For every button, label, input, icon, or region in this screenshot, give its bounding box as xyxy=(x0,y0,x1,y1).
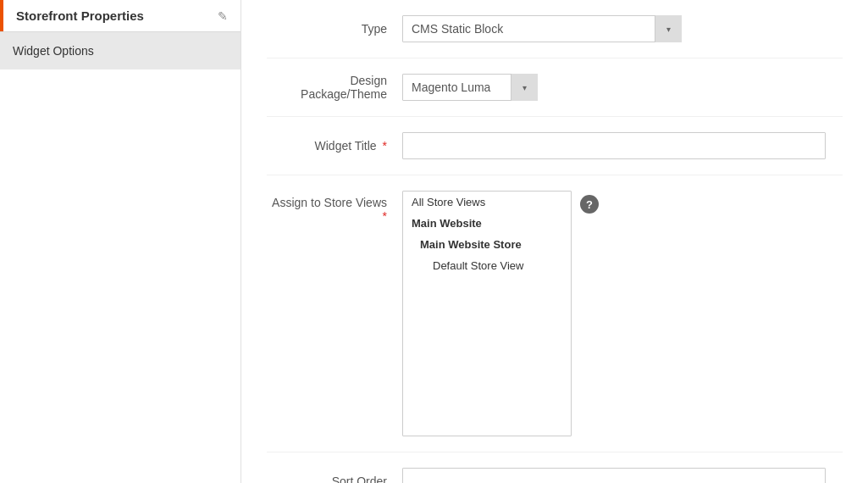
store-views-listbox[interactable]: All Store Views Main Website Main Websit… xyxy=(402,191,572,436)
store-views-row: Assign to Store Views * All Store Views … xyxy=(267,175,843,452)
widget-title-row: Widget Title * xyxy=(267,117,843,175)
sort-order-label: Sort Order xyxy=(267,475,402,483)
sort-order-control-wrap xyxy=(402,468,843,483)
assign-label: Assign to Store Views * xyxy=(267,191,402,223)
type-control-wrap: CMS Static BlockCMS Page LinkCMS Static … xyxy=(402,15,843,42)
widget-title-control-wrap xyxy=(402,132,843,159)
type-row: Type CMS Static BlockCMS Page LinkCMS St… xyxy=(267,0,843,58)
type-select-wrapper: CMS Static BlockCMS Page LinkCMS Static … xyxy=(402,15,682,42)
theme-select-wrapper: Magento LumaMagento Blank ▾ xyxy=(402,74,538,101)
type-label: Type xyxy=(267,22,402,36)
store-view-main-website[interactable]: Main Website xyxy=(403,213,571,234)
theme-select[interactable]: Magento LumaMagento Blank xyxy=(402,74,538,101)
store-view-main-website-store[interactable]: Main Website Store xyxy=(403,234,571,255)
store-view-default[interactable]: Default Store View xyxy=(403,255,571,276)
design-control-wrap: Magento LumaMagento Blank ▾ xyxy=(402,74,843,101)
sidebar-section-header[interactable]: Storefront Properties ✎ xyxy=(0,0,240,31)
main-content: Type CMS Static BlockCMS Page LinkCMS St… xyxy=(241,0,868,483)
page-container: Storefront Properties ✎ Widget Options T… xyxy=(0,0,868,483)
store-views-control-wrap: All Store Views Main Website Main Websit… xyxy=(402,191,843,436)
widget-title-required: * xyxy=(383,139,387,153)
sort-order-row: Sort Order xyxy=(267,452,843,483)
type-select[interactable]: CMS Static BlockCMS Page LinkCMS Static … xyxy=(402,15,682,42)
edit-icon[interactable]: ✎ xyxy=(218,9,228,23)
store-view-all[interactable]: All Store Views xyxy=(403,192,571,213)
help-icon[interactable]: ? xyxy=(580,195,599,214)
widget-title-label: Widget Title * xyxy=(267,139,402,153)
design-label: Design Package/Theme xyxy=(267,74,402,101)
sidebar-section-title: Storefront Properties xyxy=(16,8,218,23)
assign-required: * xyxy=(383,209,387,223)
sidebar-item-widget-options[interactable]: Widget Options xyxy=(0,31,240,69)
widget-title-input[interactable] xyxy=(402,132,826,159)
sidebar-item-label: Widget Options xyxy=(13,44,94,58)
design-row: Design Package/Theme Magento LumaMagento… xyxy=(267,58,843,117)
sidebar: Storefront Properties ✎ Widget Options xyxy=(0,0,241,483)
sort-order-input[interactable] xyxy=(402,468,826,483)
